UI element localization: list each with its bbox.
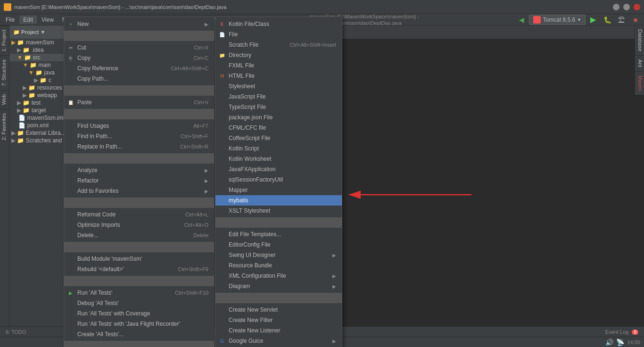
cm-find-usages[interactable]: Find Usages Alt+F7 bbox=[64, 121, 214, 131]
maven-tab[interactable]: Maven bbox=[635, 72, 644, 95]
cm-google-guice[interactable]: G Google Guice ▶ bbox=[215, 336, 342, 346]
arrow-icon-diagram: ▶ bbox=[332, 284, 336, 289]
cm-typescript-file[interactable]: TypeScript File bbox=[215, 102, 342, 112]
run-config-label: Tomcat 8.5.6 bbox=[543, 17, 575, 23]
tomcat-icon bbox=[533, 16, 541, 24]
cm-add-to-favorites[interactable]: Add to Favorites ▶ bbox=[64, 186, 214, 196]
separator-3 bbox=[64, 109, 214, 119]
cm-sql-session[interactable]: sqlSessionFactoryUtil bbox=[215, 174, 342, 185]
run-icon: ▶ bbox=[67, 289, 74, 297]
cm-scratch-file[interactable]: Scratch File Ctrl+Alt+Shift+Insert bbox=[215, 40, 342, 50]
cm-file[interactable]: 📄 File bbox=[215, 29, 342, 40]
cm-cut[interactable]: ✂ Cut Ctrl+X bbox=[64, 42, 214, 53]
cm-javascript-file[interactable]: JavaScript File bbox=[215, 91, 342, 102]
cm-run-all-tests[interactable]: ▶ Run 'All Tests' Ctrl+Shift+F10 bbox=[64, 288, 214, 298]
menu-edit[interactable]: Edit bbox=[19, 16, 37, 24]
cm-copy-reference[interactable]: Copy Reference Ctrl+Alt+Shift+C bbox=[64, 63, 214, 74]
favorites-tab[interactable]: 2: Favorites bbox=[0, 109, 9, 144]
cm-kotlin-class[interactable]: K Kotlin File/Class bbox=[215, 19, 342, 29]
cm-cfml[interactable]: CFML/CFC file bbox=[215, 123, 342, 133]
arrow-icon-swing: ▶ bbox=[332, 253, 336, 258]
cm-resource-bundle[interactable]: Resource Bundle bbox=[215, 260, 342, 271]
cm-create-listener[interactable]: Create New Listener bbox=[215, 325, 342, 336]
cm-debug-all-tests[interactable]: Debug 'All Tests' bbox=[64, 298, 214, 308]
structure-tab[interactable]: 7: Structure bbox=[0, 55, 9, 90]
cm-mapper[interactable]: Mapper bbox=[215, 185, 342, 195]
event-log-tab[interactable]: Event Log 8 bbox=[602, 328, 642, 336]
tray-icon-1: 🔊 bbox=[605, 339, 613, 346]
project-tab[interactable]: 1: Project bbox=[0, 25, 9, 55]
arrow-icon-refactor: ▶ bbox=[205, 178, 208, 183]
todo-tab[interactable]: 6: TODO bbox=[2, 328, 30, 336]
directory-icon: 📁 bbox=[218, 51, 226, 59]
system-tray: 🔊 📡 14:00 bbox=[605, 339, 640, 346]
stop-button[interactable]: ■ bbox=[629, 13, 642, 26]
cm-paste[interactable]: 📋 Paste Ctrl+V bbox=[64, 97, 214, 107]
arrow-icon-xml: ▶ bbox=[332, 273, 336, 279]
run-button[interactable]: ▶ bbox=[586, 13, 600, 26]
cm-javafx[interactable]: JavaFXApplication bbox=[215, 164, 342, 174]
arrow-icon-favorites: ▶ bbox=[205, 189, 208, 194]
cm-create-servlet[interactable]: Create New Servlet bbox=[215, 305, 342, 315]
cm-create-filter[interactable]: Create New Filter bbox=[215, 315, 342, 325]
cut-icon: ✂ bbox=[67, 44, 74, 51]
cm-coffeescript[interactable]: CoffeeScript File bbox=[215, 133, 342, 143]
separator-r2 bbox=[215, 293, 342, 303]
cm-refactor[interactable]: Refactor ▶ bbox=[64, 175, 214, 186]
cm-copy-path[interactable]: Copy Path... bbox=[64, 74, 214, 84]
cm-xslt[interactable]: XSLT Stylesheet bbox=[215, 206, 342, 216]
database-tab[interactable]: Database bbox=[635, 25, 644, 56]
cm-new[interactable]: + New ▶ bbox=[64, 19, 214, 29]
debug-button[interactable]: 🐛 bbox=[601, 13, 614, 26]
run-coverage-button[interactable]: ⛱ bbox=[615, 13, 628, 26]
kotlin-file-icon: K bbox=[218, 20, 226, 28]
cm-kotlin-worksheet[interactable]: Kotlin Worksheet bbox=[215, 154, 342, 164]
ant-tab[interactable]: Ant bbox=[635, 56, 644, 72]
menu-view[interactable]: View bbox=[38, 16, 58, 24]
cm-xml-config[interactable]: XML Configuration File ▶ bbox=[215, 271, 342, 281]
cm-mybatis[interactable]: mybatis bbox=[215, 195, 342, 206]
cm-package-json[interactable]: package.json File bbox=[215, 112, 342, 123]
menu-file[interactable]: File bbox=[2, 16, 18, 24]
cm-reformat-code[interactable]: Reformat Code Ctrl+Alt+L bbox=[64, 209, 214, 220]
cm-replace-in-path[interactable]: Replace in Path... Ctrl+Shift+R bbox=[64, 141, 214, 152]
cm-create-all-tests[interactable]: Create 'All Tests'... bbox=[64, 329, 214, 339]
cm-build-module[interactable]: Build Module 'mavenSsm' bbox=[64, 254, 214, 264]
separator-2 bbox=[64, 85, 214, 96]
cm-analyze[interactable]: Analyze ▶ bbox=[64, 165, 214, 175]
arrow-icon: ▶ bbox=[205, 22, 208, 27]
back-button[interactable]: ◀ bbox=[515, 13, 528, 26]
chevron-down-icon: ▼ bbox=[577, 17, 581, 22]
minimize-button[interactable] bbox=[613, 4, 619, 10]
cm-edit-templates[interactable]: Edit File Templates... bbox=[215, 229, 342, 240]
context-menu-left: + New ▶ ✂ Cut Ctrl+X ⎘ Copy Ctrl+C Copy … bbox=[64, 17, 215, 347]
run-config-dropdown[interactable]: Tomcat 8.5.6 ▼ bbox=[529, 15, 586, 25]
cm-optimize-imports[interactable]: Optimize Imports Ctrl+Alt+O bbox=[64, 220, 214, 230]
arrow-icon-guice: ▶ bbox=[332, 339, 336, 344]
web-tab[interactable]: Web bbox=[0, 90, 9, 108]
cm-kotlin-script[interactable]: Kotlin Script bbox=[215, 143, 342, 154]
cm-swing-ui[interactable]: Swing UI Designer ▶ bbox=[215, 250, 342, 260]
cm-editorconfig[interactable]: EditorConfig File bbox=[215, 240, 342, 250]
html-file-icon: H bbox=[218, 72, 226, 80]
cm-stylesheet[interactable]: Stylesheet bbox=[215, 81, 342, 91]
cm-copy[interactable]: ⎘ Copy Ctrl+C bbox=[64, 53, 214, 63]
arrow-indicator bbox=[344, 188, 476, 203]
cm-find-in-path[interactable]: Find in Path... Ctrl+Shift+F bbox=[64, 131, 214, 141]
cm-run-with-jfr[interactable]: Run 'All Tests' with 'Java Flight Record… bbox=[64, 319, 214, 329]
separator-1 bbox=[64, 31, 214, 41]
cm-run-with-coverage[interactable]: Run 'All Tests' with Coverage bbox=[64, 308, 214, 319]
cm-delete[interactable]: Delete... Delete bbox=[64, 230, 214, 240]
copy-icon: ⎘ bbox=[67, 54, 74, 62]
file-icon: 📄 bbox=[218, 31, 226, 38]
event-log-badge: 8 bbox=[632, 330, 638, 335]
cm-fxml-file[interactable]: FXML File bbox=[215, 60, 342, 71]
cm-diagram[interactable]: Diagram ▶ bbox=[215, 281, 342, 291]
maximize-button[interactable] bbox=[623, 4, 630, 10]
cm-directory[interactable]: 📁 Directory bbox=[215, 50, 342, 60]
close-button[interactable] bbox=[634, 4, 640, 10]
cm-html-file[interactable]: H HTML File bbox=[215, 71, 342, 81]
todo-label: 6: TODO bbox=[6, 329, 26, 335]
cm-rebuild[interactable]: Rebuild '<default>' Ctrl+Shift+F9 bbox=[64, 264, 214, 274]
titlebar: mavenSsm [E:\MavenWorkSpace\mavenSsm] - … bbox=[0, 0, 644, 14]
